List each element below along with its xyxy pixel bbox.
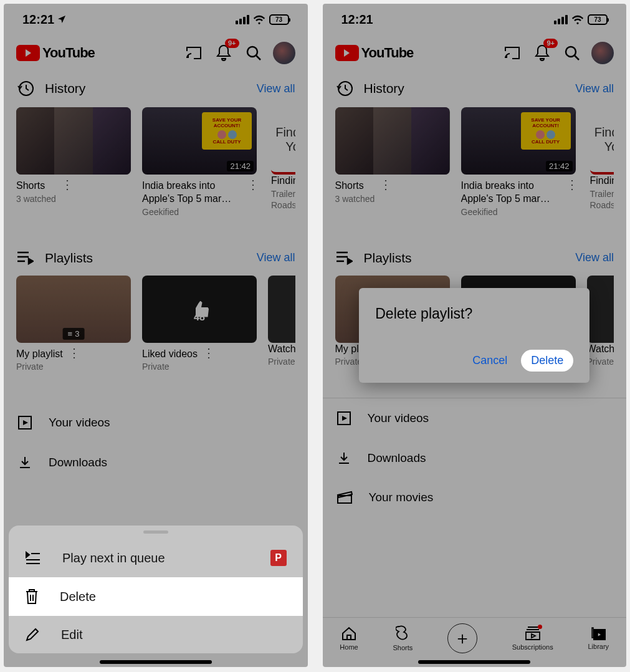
- card-title: Shorts: [16, 180, 56, 193]
- queue-icon: [25, 551, 41, 565]
- location-arrow-icon: [57, 14, 67, 24]
- card-sub: Trailer | I: [271, 189, 295, 199]
- sheet-handle[interactable]: [143, 530, 168, 534]
- dialog-overlay: Delete playlist? Cancel Delete: [323, 4, 627, 667]
- wifi-icon: [253, 15, 265, 24]
- dialog-cancel-button[interactable]: Cancel: [472, 354, 507, 367]
- duration-badge: 21:42: [227, 161, 254, 171]
- card-title: Finding: [271, 175, 295, 188]
- card-title: India breaks into Apple's Top 5 mar…: [142, 180, 242, 206]
- playlist-thumb: ≡ 3: [16, 276, 131, 343]
- bottom-sheet: Play next in queue P Delete Edit: [9, 526, 303, 653]
- card-sub: Geekified: [142, 207, 242, 217]
- home-indicator[interactable]: [418, 660, 530, 664]
- card-title: Liked videos: [142, 348, 198, 361]
- history-section: History View all Shorts 3 watched ⋮ SAVE…: [4, 71, 308, 217]
- thumb-overlay-banner: SAVE YOUR ACCOUNT! CALL DUTY: [202, 112, 252, 150]
- more-icon[interactable]: ⋮: [67, 348, 81, 358]
- youtube-wordmark: YouTube: [42, 45, 95, 61]
- history-card-video[interactable]: SAVE YOUR ACCOUNT! CALL DUTY 21:42 India…: [142, 107, 260, 217]
- history-icon: [16, 80, 34, 97]
- playlists-title: Playlists: [45, 251, 93, 266]
- shorts-thumb: [16, 107, 131, 175]
- playlists-viewall[interactable]: View all: [257, 251, 295, 264]
- phone-left: 12:21 73 YouTube 9+ History Vi: [4, 4, 308, 667]
- status-bar: 12:21 73: [4, 4, 308, 35]
- sheet-delete[interactable]: Delete: [9, 577, 303, 616]
- links-section: Your videos Downloads: [4, 403, 308, 482]
- card-title: My playlist: [16, 348, 63, 361]
- clock-text: 12:21: [22, 12, 54, 27]
- card-title: Watch L: [268, 343, 295, 356]
- link-label: Your videos: [49, 416, 110, 430]
- sheet-label: Delete: [60, 590, 96, 604]
- downloads-link[interactable]: Downloads: [4, 443, 308, 482]
- history-title: History: [45, 81, 85, 96]
- cast-icon[interactable]: [183, 42, 204, 64]
- finding-thumb: Finding You: [271, 107, 295, 175]
- card-sub: Private: [268, 357, 295, 367]
- card-sub: Private: [142, 362, 198, 372]
- history-card-finding[interactable]: Finding You Finding Trailer | I Roadside: [271, 107, 295, 217]
- premium-tag: P: [270, 550, 287, 566]
- video-thumb: SAVE YOUR ACCOUNT! CALL DUTY 21:42: [142, 107, 257, 175]
- sheet-label: Play next in queue: [62, 551, 165, 565]
- sheet-label: Edit: [61, 628, 82, 642]
- signal-icon: [236, 15, 249, 24]
- more-icon[interactable]: ⋮: [60, 180, 74, 190]
- play-box-icon: [17, 415, 32, 430]
- search-icon[interactable]: [243, 42, 264, 64]
- playlists-section: Playlists View all ≡ 3 My playlist Priva…: [4, 242, 308, 372]
- home-indicator[interactable]: [100, 660, 212, 664]
- more-icon[interactable]: ⋮: [201, 348, 216, 358]
- card-sub: 3 watched: [16, 194, 56, 204]
- delete-dialog: Delete playlist? Cancel Delete: [359, 288, 589, 383]
- status-time: 12:21: [22, 12, 67, 27]
- playlist-card-my[interactable]: ≡ 3 My playlist Private ⋮: [16, 276, 131, 372]
- phone-right: 12:21 73 YouTube 9+ History View all: [323, 4, 627, 667]
- sheet-edit[interactable]: Edit: [9, 616, 303, 653]
- playlist-card-liked[interactable]: 48 Liked videos Private ⋮: [142, 276, 257, 372]
- download-icon: [17, 455, 32, 470]
- pencil-icon: [25, 627, 40, 642]
- more-icon[interactable]: ⋮: [246, 180, 260, 190]
- card-channel: Roadside: [271, 200, 295, 210]
- card-sub: Private: [16, 362, 63, 372]
- youtube-play-icon: [16, 45, 40, 61]
- playlist-card-watchlater[interactable]: Watch L Private: [268, 276, 295, 372]
- playlists-row[interactable]: ≡ 3 My playlist Private ⋮ 48 Lik: [16, 276, 295, 372]
- trash-icon: [25, 588, 39, 605]
- app-bar: YouTube 9+: [4, 35, 308, 71]
- history-card-shorts[interactable]: Shorts 3 watched ⋮: [16, 107, 131, 217]
- watchlater-thumb: [268, 276, 295, 343]
- battery-pct: 73: [275, 16, 282, 23]
- your-videos-link[interactable]: Your videos: [4, 403, 308, 443]
- liked-count: 48: [194, 312, 205, 323]
- liked-thumb: 48: [142, 276, 257, 343]
- notification-badge: 9+: [225, 39, 239, 48]
- status-right: 73: [236, 14, 289, 25]
- youtube-logo[interactable]: YouTube: [16, 45, 95, 61]
- svg-point-0: [247, 47, 257, 57]
- playlist-count: ≡ 3: [63, 328, 85, 340]
- history-viewall[interactable]: View all: [257, 82, 295, 95]
- sheet-play-next[interactable]: Play next in queue P: [9, 539, 303, 577]
- battery-icon: 73: [269, 14, 289, 25]
- notifications-icon[interactable]: 9+: [213, 42, 234, 64]
- dialog-title: Delete playlist?: [375, 305, 573, 322]
- dialog-delete-button[interactable]: Delete: [521, 350, 573, 372]
- history-row[interactable]: Shorts 3 watched ⋮ SAVE YOUR ACCOUNT! CA…: [16, 107, 295, 217]
- link-label: Downloads: [49, 456, 107, 469]
- avatar[interactable]: [273, 42, 295, 64]
- playlists-icon: [16, 251, 34, 265]
